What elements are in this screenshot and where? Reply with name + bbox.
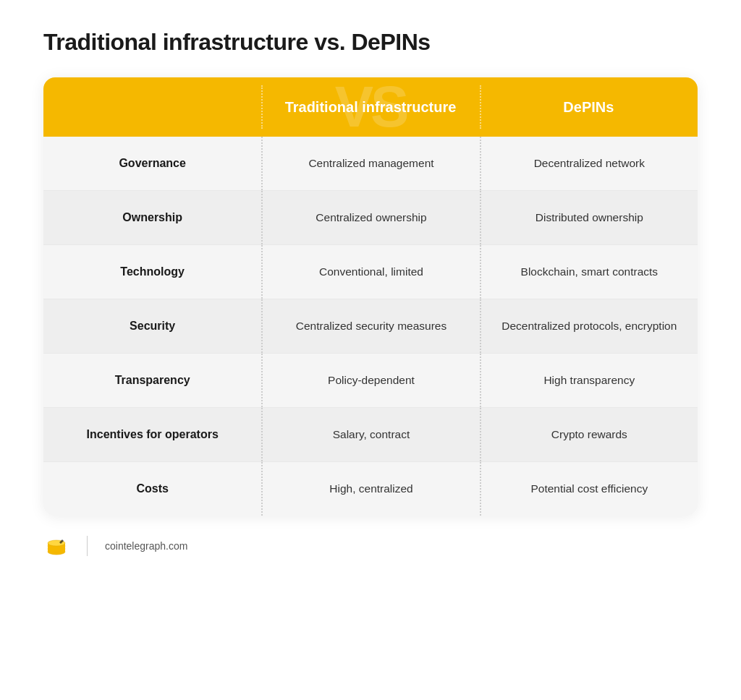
row-1-category: Ownership (43, 191, 261, 244)
header-category-cell (43, 98, 261, 116)
row-0-traditional: Centralized management (261, 137, 479, 190)
table-body: GovernanceCentralized managementDecentra… (43, 137, 698, 516)
page-container: Traditional infrastructure vs. DePINs Tr… (43, 29, 698, 559)
row-2-traditional: Conventional, limited (261, 245, 479, 299)
header-traditional-label: Traditional infrastructure (285, 98, 457, 116)
row-1-traditional: Centralized ownership (261, 191, 479, 244)
row-5-traditional: Salary, contract (261, 408, 479, 461)
table-row: Incentives for operatorsSalary, contract… (43, 408, 698, 462)
row-6-traditional: High, centralized (261, 462, 479, 516)
row-4-traditional: Policy-dependent (261, 354, 479, 407)
row-0-depins: Decentralized network (480, 137, 698, 190)
row-6-depins: Potential cost efficiency (480, 462, 698, 516)
table-row: TransparencyPolicy-dependentHigh transpa… (43, 354, 698, 408)
footer-divider (87, 536, 88, 556)
row-4-depins: High transparency (480, 354, 698, 407)
footer-bar: cointelegraph.com (43, 533, 698, 559)
header-divider-left (261, 85, 263, 129)
header-traditional-cell: Traditional infrastructure (261, 98, 479, 116)
table-row: GovernanceCentralized managementDecentra… (43, 137, 698, 191)
row-5-depins: Crypto rewards (480, 408, 698, 461)
table-row: TechnologyConventional, limitedBlockchai… (43, 245, 698, 299)
row-2-depins: Blockchain, smart contracts (480, 245, 698, 299)
table-row: SecurityCentralized security measuresDec… (43, 299, 698, 354)
header-divider-right (480, 85, 481, 129)
row-2-category: Technology (43, 245, 261, 299)
table-row: CostsHigh, centralizedPotential cost eff… (43, 462, 698, 516)
page-title: Traditional infrastructure vs. DePINs (43, 29, 698, 56)
row-3-depins: Decentralized protocols, encryption (480, 299, 698, 353)
row-6-category: Costs (43, 462, 261, 516)
header-depins-label: DePINs (563, 98, 614, 116)
row-4-category: Transparency (43, 354, 261, 407)
table-header: Traditional infrastructure DePINs VS (43, 77, 698, 137)
header-depins-cell: DePINs (480, 98, 698, 116)
row-5-category: Incentives for operators (43, 408, 261, 461)
row-3-traditional: Centralized security measures (261, 299, 479, 353)
footer-logo (43, 533, 69, 559)
row-1-depins: Distributed ownership (480, 191, 698, 244)
table-row: OwnershipCentralized ownershipDistribute… (43, 191, 698, 245)
row-0-category: Governance (43, 137, 261, 190)
comparison-table: Traditional infrastructure DePINs VS Gov… (43, 77, 698, 516)
cointelegraph-logo-icon (43, 533, 69, 559)
row-3-category: Security (43, 299, 261, 353)
footer-domain-text: cointelegraph.com (105, 540, 187, 552)
